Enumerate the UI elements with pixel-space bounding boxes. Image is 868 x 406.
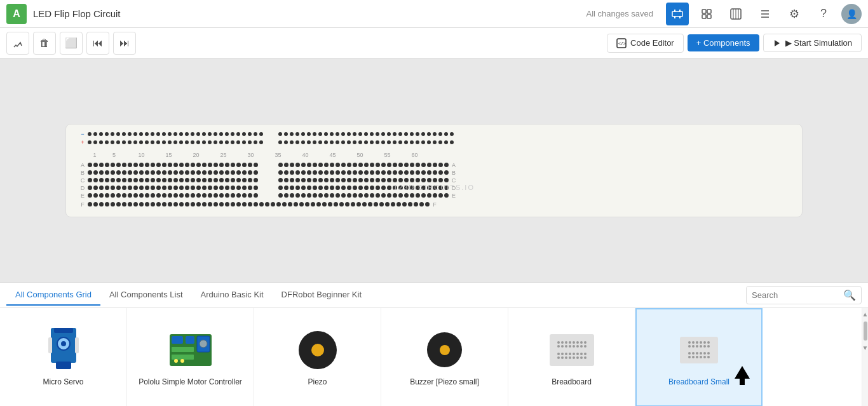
resize-btn[interactable]: ⬜ xyxy=(60,32,83,55)
breadboard-dot xyxy=(410,193,414,198)
comp-breadboard-small[interactable]: Breadboard Small xyxy=(635,308,763,406)
pcb-view-btn[interactable] xyxy=(724,3,747,25)
breadboard-dot xyxy=(341,170,346,175)
breadboard-dot xyxy=(284,132,288,136)
breadboard-dot xyxy=(364,178,369,182)
breadboard-row: CC xyxy=(79,177,789,184)
breadboard-small-label: Breadboard Small xyxy=(668,377,729,388)
breadboard-dot xyxy=(324,163,329,167)
breadboard-dot xyxy=(162,170,166,175)
breadboard-dot xyxy=(295,170,300,175)
breadboard-dot xyxy=(145,140,149,144)
next-btn[interactable]: ⏭ xyxy=(113,32,136,55)
scroll-up[interactable]: ▲ xyxy=(861,309,868,319)
breadboard-dot xyxy=(156,178,161,182)
row-label: A xyxy=(79,162,86,168)
breadboard-dot xyxy=(358,170,363,175)
components-btn[interactable]: + Components xyxy=(688,34,759,51)
breadboard-dot xyxy=(376,178,380,182)
breadboard-dot xyxy=(433,170,437,175)
breadboard-dot xyxy=(231,178,235,182)
breadboard[interactable]: − + 151015202530354045505560 AABBCCDDEE … xyxy=(65,124,803,217)
row-label: C xyxy=(79,177,86,184)
breadboard-dot xyxy=(387,140,391,144)
breadboard-dot xyxy=(208,170,212,175)
breadboard-dot xyxy=(254,132,257,136)
prev-btn[interactable]: ⏮ xyxy=(86,32,109,55)
breadboard-dot xyxy=(156,163,161,167)
comp-piezo[interactable]: Piezo xyxy=(254,308,381,406)
canvas-area[interactable]: − + 151015202530354045505560 AABBCCDDEE … xyxy=(0,58,868,282)
breadboard-dot xyxy=(284,178,288,182)
app-logo[interactable]: A xyxy=(6,4,27,24)
list-view-btn[interactable] xyxy=(754,3,776,25)
breadboard-dot xyxy=(168,163,172,167)
tab-all-grid[interactable]: All Components Grid xyxy=(6,285,100,306)
tab-arduino-kit[interactable]: Arduino Basic Kit xyxy=(192,285,273,306)
comp-pololu-motor[interactable]: Pololu Simple Motor Controller xyxy=(127,308,254,406)
breadboard-dot xyxy=(242,170,247,175)
breadboard-dot xyxy=(330,163,334,167)
scrollbar[interactable]: ▲ ▼ xyxy=(862,308,868,406)
breadboard-dot xyxy=(111,163,115,167)
tab-dfrobot-kit[interactable]: DFRobot Beginner Kit xyxy=(273,285,370,306)
breadboard-dot xyxy=(427,170,431,175)
breadboard-dot xyxy=(305,202,309,206)
user-avatar[interactable]: 👤 xyxy=(841,4,862,24)
component-view-btn[interactable] xyxy=(695,3,718,25)
delete-btn[interactable]: 🗑 xyxy=(33,32,56,55)
breadboard-dot xyxy=(410,140,414,144)
breadboard-row: EE xyxy=(79,193,789,199)
breadboard-dot xyxy=(202,170,207,175)
circuit-view-btn[interactable] xyxy=(666,3,689,25)
breadboard-dot xyxy=(151,170,155,175)
breadboard-dot xyxy=(254,170,258,175)
breadboard-dot xyxy=(259,140,263,144)
comp-breadboard[interactable]: Breadboard xyxy=(508,308,635,406)
tab-all-list[interactable]: All Components List xyxy=(100,285,192,306)
comp-micro-servo[interactable]: Micro Servo xyxy=(0,308,127,406)
settings-btn[interactable]: ⚙ xyxy=(783,3,806,25)
breadboard-dot xyxy=(151,178,155,182)
breadboard-dot xyxy=(336,140,339,144)
breadboard-dot xyxy=(254,163,258,167)
breadboard-dot xyxy=(347,140,351,144)
breadboard-dot xyxy=(387,178,391,182)
breadboard-dot xyxy=(196,163,201,167)
breadboard-dot xyxy=(219,163,224,167)
breadboard-label: Breadboard xyxy=(552,377,592,388)
breadboard-dot xyxy=(276,202,281,206)
col-number: 30 xyxy=(237,152,264,158)
code-editor-btn[interactable]: </> Code Editor xyxy=(607,34,684,53)
breadboard-dot xyxy=(318,193,323,198)
scroll-thumb[interactable] xyxy=(864,321,867,341)
start-simulation-btn[interactable]: ▶ Start Simulation xyxy=(763,34,862,52)
add-btn[interactable] xyxy=(6,32,29,55)
breadboard-dot xyxy=(295,163,300,167)
help-btn[interactable]: ? xyxy=(812,3,835,25)
breadboard-dot xyxy=(316,202,321,206)
svg-rect-4 xyxy=(679,16,681,18)
breadboard-dot xyxy=(151,193,155,198)
toolbar: 🗑 ⬜ ⏮ ⏭ </> Code Editor + Components ▶ S… xyxy=(0,28,868,58)
breadboard-dot xyxy=(444,178,449,182)
scroll-down[interactable]: ▼ xyxy=(861,343,868,353)
breadboard-dot xyxy=(438,178,443,182)
breadboard-dot xyxy=(381,170,386,175)
search-input[interactable] xyxy=(752,290,841,300)
breadboard-dot xyxy=(219,132,223,136)
breadboard-dot xyxy=(236,193,241,198)
col-number: 40 xyxy=(292,152,319,158)
pololu-motor-img xyxy=(168,328,213,372)
comp-buzzer[interactable]: Buzzer [Piezo small] xyxy=(381,308,508,406)
breadboard-dot xyxy=(122,140,126,144)
breadboard-dot xyxy=(116,193,121,198)
breadboard-dot xyxy=(196,178,201,182)
breadboard-dot xyxy=(173,163,178,167)
svg-rect-25 xyxy=(75,337,79,353)
breadboard-dot xyxy=(105,132,109,136)
breadboard-dot xyxy=(438,140,442,144)
row-label: B xyxy=(79,170,86,176)
breadboard-dot xyxy=(156,170,161,175)
breadboard-dot xyxy=(438,163,443,167)
